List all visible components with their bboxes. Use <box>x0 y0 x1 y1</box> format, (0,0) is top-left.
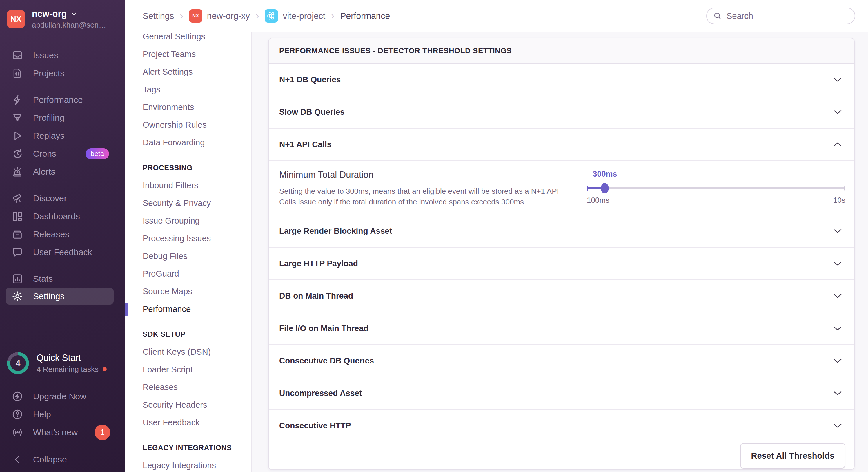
settings-nav-proguard[interactable]: ProGuard <box>125 265 251 282</box>
settings-nav-alert-settings[interactable]: Alert Settings <box>125 63 251 81</box>
reset-all-thresholds-button[interactable]: Reset All Thresholds <box>740 443 845 469</box>
settings-nav-client-keys[interactable]: Client Keys (DSN) <box>125 343 251 361</box>
settings-nav-project-teams[interactable]: Project Teams <box>125 45 251 63</box>
org-name: new-org <box>32 9 67 19</box>
sidebar-item-stats[interactable]: Stats <box>0 270 125 288</box>
chevron-left-icon <box>11 454 23 465</box>
sidebar-item-label: Performance <box>33 95 83 105</box>
settings-icon <box>11 291 23 302</box>
accordion-consecutive-db-queries[interactable]: Consecutive DB Queries <box>269 345 854 377</box>
sidebar-item-label: Help <box>33 409 51 419</box>
replays-icon <box>11 130 23 142</box>
user-email: abdullah.khan@sen… <box>32 21 106 30</box>
accordion-uncompressed-asset[interactable]: Uncompressed Asset <box>269 377 854 410</box>
releases-icon <box>11 229 23 240</box>
sidebar-item-upgrade-now[interactable]: Upgrade Now <box>0 387 125 405</box>
breadcrumb-separator: › <box>180 10 183 22</box>
sidebar-item-issues[interactable]: Issues <box>0 46 125 64</box>
detail-description: Setting the value to 300ms, means that a… <box>279 186 559 207</box>
accordion-large-render-blocking-asset[interactable]: Large Render Blocking Asset <box>269 215 854 247</box>
sidebar-item-label: Upgrade Now <box>33 392 86 401</box>
whats-new-badge: 1 <box>94 425 110 440</box>
quick-start-count: 4 <box>7 352 29 374</box>
sidebar-item-releases[interactable]: Releases <box>0 225 125 243</box>
breadcrumb-project[interactable]: vite-project <box>265 9 325 23</box>
sidebar-item-alerts[interactable]: Alerts <box>0 163 125 181</box>
chevron-down-icon <box>833 391 842 396</box>
quick-start-title: Quick Start <box>36 353 107 363</box>
sidebar-item-dashboards[interactable]: Dashboards <box>0 207 125 225</box>
settings-nav-debug-files[interactable]: Debug Files <box>125 247 251 265</box>
sidebar-item-help[interactable]: Help <box>0 405 125 423</box>
slider-max-label: 10s <box>833 196 845 205</box>
sidebar-item-profiling[interactable]: Profiling <box>0 109 125 127</box>
accordion-large-http-payload[interactable]: Large HTTP Payload <box>269 247 854 280</box>
top-header: Settings › NX new-org-xy › vite-project … <box>125 0 868 32</box>
main-sidebar: NX new-org abdullah.khan@sen… Issues Pro… <box>0 0 125 472</box>
chevron-down-icon <box>70 10 78 18</box>
quick-start-subtitle: 4 Remaining tasks <box>36 365 99 374</box>
duration-slider: 300ms 100ms 10s <box>587 170 845 214</box>
dashboards-icon <box>11 210 23 222</box>
chevron-down-icon <box>833 109 842 115</box>
settings-nav-security-privacy[interactable]: Security & Privacy <box>125 194 251 212</box>
panel-footer: Reset All Thresholds <box>269 442 854 469</box>
accordion-consecutive-http[interactable]: Consecutive HTTP <box>269 410 854 442</box>
sidebar-item-whats-new[interactable]: What's new 1 <box>0 423 125 441</box>
accordion-n1-db-queries[interactable]: N+1 DB Queries <box>269 64 854 96</box>
settings-nav-inbound-filters[interactable]: Inbound Filters <box>125 177 251 194</box>
chevron-down-icon <box>833 229 842 234</box>
notification-dot <box>103 367 107 371</box>
crons-icon <box>11 148 23 160</box>
sidebar-item-user-feedback[interactable]: User Feedback <box>0 243 125 261</box>
slider-track[interactable] <box>587 183 845 194</box>
n1-api-calls-detail: Minimum Total Duration Setting the value… <box>269 161 854 215</box>
settings-nav-user-feedback[interactable]: User Feedback <box>125 414 251 432</box>
accordion-file-io-on-main-thread[interactable]: File I/O on Main Thread <box>269 312 854 345</box>
settings-nav-loader-script[interactable]: Loader Script <box>125 361 251 378</box>
threshold-settings-panel: PERFORMANCE ISSUES - DETECTOR THRESHOLD … <box>268 38 855 470</box>
issues-icon <box>11 49 23 61</box>
panel-title: PERFORMANCE ISSUES - DETECTOR THRESHOLD … <box>269 38 854 64</box>
sidebar-item-settings[interactable]: Settings <box>6 288 114 305</box>
settings-nav-performance[interactable]: Performance <box>125 300 251 318</box>
org-avatar[interactable]: NX <box>7 10 25 28</box>
settings-sidebar: General Settings Project Teams Alert Set… <box>125 0 252 472</box>
slider-thumb[interactable] <box>601 183 609 194</box>
accordion-n1-api-calls[interactable]: N+1 API Calls <box>269 129 854 161</box>
sidebar-item-replays[interactable]: Replays <box>0 127 125 145</box>
settings-nav-tags[interactable]: Tags <box>125 81 251 98</box>
settings-nav-security-headers[interactable]: Security Headers <box>125 396 251 414</box>
sidebar-item-label: Dashboards <box>33 211 80 221</box>
sidebar-collapse-button[interactable]: Collapse <box>0 450 125 469</box>
accordion-db-on-main-thread[interactable]: DB on Main Thread <box>269 280 854 312</box>
settings-nav-data-forwarding[interactable]: Data Forwarding <box>125 134 251 151</box>
upgrade-icon <box>11 391 23 402</box>
search-input[interactable] <box>726 11 852 21</box>
chevron-down-icon <box>833 326 842 331</box>
beta-badge: beta <box>86 148 109 159</box>
settings-nav-environments[interactable]: Environments <box>125 98 251 116</box>
chevron-down-icon <box>833 77 842 82</box>
quick-start-progress-ring: 4 <box>7 352 29 374</box>
breadcrumb: Settings › NX new-org-xy › vite-project … <box>143 9 390 23</box>
whats-new-icon <box>11 427 23 438</box>
breadcrumb-settings[interactable]: Settings <box>143 11 174 21</box>
breadcrumb-organization[interactable]: NX new-org-xy <box>189 9 250 23</box>
settings-nav-source-maps[interactable]: Source Maps <box>125 282 251 300</box>
sidebar-item-performance[interactable]: Performance <box>0 91 125 109</box>
search-box[interactable] <box>706 7 855 24</box>
settings-nav-issue-grouping[interactable]: Issue Grouping <box>125 212 251 230</box>
org-switcher[interactable]: NX new-org abdullah.khan@sen… <box>7 9 118 30</box>
settings-nav-ownership-rules[interactable]: Ownership Rules <box>125 116 251 134</box>
accordion-slow-db-queries[interactable]: Slow DB Queries <box>269 96 854 129</box>
sidebar-item-discover[interactable]: Discover <box>0 190 125 207</box>
settings-nav-legacy-integrations[interactable]: Legacy Integrations <box>125 457 251 472</box>
chevron-down-icon <box>833 423 842 428</box>
sidebar-item-crons[interactable]: Crons beta <box>0 145 125 163</box>
settings-nav-releases[interactable]: Releases <box>125 378 251 396</box>
sidebar-item-projects[interactable]: Projects <box>0 64 125 82</box>
quick-start[interactable]: 4 Quick Start 4 Remaining tasks <box>0 352 125 374</box>
slider-value-label: 300ms <box>593 170 617 179</box>
settings-nav-processing-issues[interactable]: Processing Issues <box>125 230 251 247</box>
